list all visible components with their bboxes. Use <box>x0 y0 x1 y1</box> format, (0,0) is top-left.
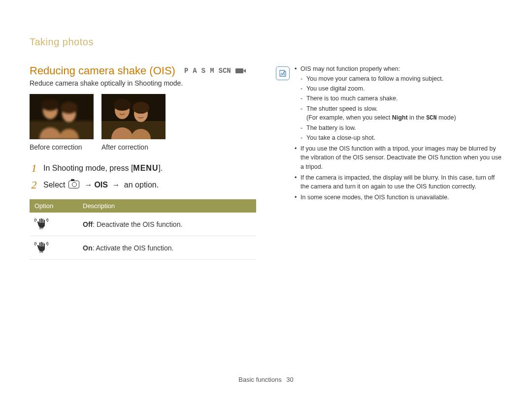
steps: 1 In Shooting mode, press [MENU]. 2 Sele… <box>30 162 256 191</box>
th-description: Description <box>78 199 256 213</box>
th-option: Option <box>30 199 78 213</box>
mode-scn: SCN <box>219 67 231 75</box>
svg-point-10 <box>113 99 131 111</box>
section-title: Reducing camera shake (OIS) P A S M SCN <box>30 64 256 77</box>
mode-strip: P A S M SCN <box>184 67 243 75</box>
caption-before: Before correction <box>30 143 94 151</box>
arrow-1: → <box>84 181 92 189</box>
ex-post: mode) <box>437 114 456 121</box>
ex-scn: SCN <box>426 115 437 122</box>
options-table: Option Description OFF Off: Deactivate t… <box>30 199 256 260</box>
caption-row: Before correction After correction <box>30 143 256 151</box>
step-1-prefix: In Shooting mode, press [ <box>43 164 133 172</box>
mode-p: P <box>184 67 188 75</box>
ois-off-icon: OFF <box>34 217 48 229</box>
page-footer: Basic functions 30 <box>0 376 532 383</box>
step-1-text: In Shooting mode, press [MENU]. <box>43 164 163 173</box>
cell-desc-on: On: Activate the OIS function. <box>78 236 256 260</box>
ex-mid: in the <box>408 114 427 121</box>
info-sub: You take a close-up shot. <box>300 133 502 142</box>
photo-after <box>101 94 166 139</box>
subtitle: Reduce camera shake optically in Shootin… <box>30 79 256 87</box>
svg-point-5 <box>61 102 77 114</box>
note-icon <box>276 66 290 80</box>
table-row: OFF Off: Deactivate the OIS function. <box>30 213 256 236</box>
info-sub: The shutter speed is slow. (For example,… <box>300 104 502 123</box>
info-b1-text: OIS may not function properly when: <box>300 65 400 72</box>
svg-text:OIS: OIS <box>39 251 43 253</box>
info-sub: The battery is low. <box>300 123 502 132</box>
info-text: OIS may not function properly when: You … <box>295 64 502 204</box>
info-sub: You move your camera to follow a moving … <box>300 74 502 83</box>
step-1-number: 1 <box>30 162 38 175</box>
ois-on-icon: OIS <box>34 241 48 253</box>
info-sub: There is too much camera shake. <box>300 94 502 103</box>
svg-point-14 <box>138 112 140 114</box>
svg-point-12 <box>120 108 121 110</box>
camera-icon <box>68 181 79 188</box>
ois-bold: OIS <box>94 181 108 189</box>
info-bullet-3: If the camera is impacted, the display w… <box>295 173 502 191</box>
off-rest: : Deactivate the OIS function. <box>93 220 182 228</box>
ex-pre: (For example, when you select <box>306 114 392 121</box>
footer-page-number: 30 <box>286 376 293 383</box>
mode-m: M <box>210 67 214 75</box>
svg-point-13 <box>124 108 125 110</box>
arrow-2: → <box>112 181 120 189</box>
photo-before <box>30 94 94 139</box>
footer-section: Basic functions <box>238 376 281 383</box>
step-2-text: Select →OIS → an option. <box>43 181 159 189</box>
info-sub-slow: The shutter speed is slow. <box>306 105 378 112</box>
table-row: OIS On: Activate the OIS function. <box>30 236 256 260</box>
caption-after: After correction <box>101 143 166 151</box>
step-2-suffix: an option. <box>122 181 159 189</box>
svg-point-11 <box>133 102 149 114</box>
mode-a: A <box>193 67 197 75</box>
info-sub-example: (For example, when you select Night in t… <box>306 114 456 121</box>
cell-icon-on: OIS <box>30 236 78 260</box>
breadcrumb: Taking photos <box>30 36 502 48</box>
info-bullet-4: In some scene modes, the OIS function is… <box>295 193 502 202</box>
video-icon <box>235 68 243 73</box>
photo-row <box>30 94 256 139</box>
info-box: OIS may not function properly when: You … <box>276 64 502 204</box>
title-text: Reducing camera shake (OIS) <box>30 64 175 77</box>
off-bold: Off <box>83 220 93 228</box>
info-sub: You use digital zoom. <box>300 84 502 93</box>
step-2-prefix: Select <box>43 181 67 189</box>
step-1: 1 In Shooting mode, press [MENU]. <box>30 162 256 175</box>
cell-icon-off: OFF <box>30 213 78 236</box>
svg-text:OFF: OFF <box>39 227 44 229</box>
mode-s: S <box>201 67 205 75</box>
step-1-suffix: ]. <box>158 164 163 172</box>
cell-desc-off: Off: Deactivate the OIS function. <box>78 213 256 236</box>
svg-point-15 <box>142 112 144 114</box>
on-bold: On <box>83 244 92 252</box>
step-2: 2 Select →OIS → an option. <box>30 179 256 191</box>
on-rest: : Activate the OIS function. <box>92 244 173 252</box>
info-bullet-1: OIS may not function properly when: You … <box>295 64 502 142</box>
step-2-number: 2 <box>30 179 38 191</box>
svg-point-4 <box>41 99 59 111</box>
info-bullet-2: If you use the OIS function with a tripo… <box>295 144 502 171</box>
ex-bold: Night <box>392 114 408 121</box>
menu-word: MENU <box>133 164 158 172</box>
